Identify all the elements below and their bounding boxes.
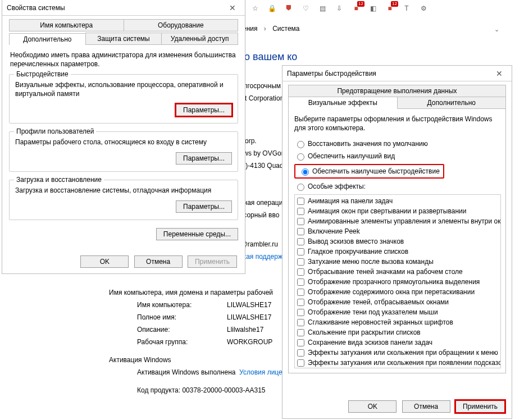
ok-button[interactable]: OK xyxy=(80,255,129,268)
chevron-down-icon[interactable]: ⌄ xyxy=(494,26,512,33)
effect-label: Эффекты затухания или скольжения при обр… xyxy=(308,348,498,358)
user-profiles-group: Профили пользователей Параметры рабочего… xyxy=(9,131,238,172)
dialog-title: Параметры быстродействия xyxy=(287,70,376,77)
apply-button[interactable]: Применить xyxy=(188,255,237,268)
effect-checkbox[interactable] xyxy=(297,359,304,367)
dialog-titlebar[interactable]: Параметры быстродействия ✕ xyxy=(282,66,512,81)
text-icon[interactable]: Т xyxy=(402,3,412,13)
effect-item[interactable]: Вывод эскизов вместо значков xyxy=(296,236,499,246)
effect-checkbox[interactable] xyxy=(297,289,304,296)
abp2-icon[interactable]: ■12 xyxy=(385,3,395,13)
effect-checkbox[interactable] xyxy=(297,309,304,316)
radio-label: Обеспечить наилучшее быстродействие xyxy=(312,167,440,175)
effect-checkbox[interactable] xyxy=(297,349,304,357)
effect-checkbox[interactable] xyxy=(297,248,304,255)
group-desc: Параметры рабочего стола, относящиеся ко… xyxy=(15,138,232,147)
effect-checkbox[interactable] xyxy=(297,319,304,326)
apply-button[interactable]: Применить xyxy=(455,400,505,413)
effect-label: Отбрасывание теней значками на рабочем с… xyxy=(308,267,463,277)
effect-item[interactable]: Отбрасывание теней значками на рабочем с… xyxy=(296,267,499,277)
effect-item[interactable]: Сглаживание неровностей экранных шрифтов xyxy=(296,317,499,327)
tab-visual-effects[interactable]: Визуальные эффекты xyxy=(288,97,398,109)
effect-label: Сглаживание неровностей экранных шрифтов xyxy=(308,317,453,327)
effect-item[interactable]: Эффекты затухания или скольжения при обр… xyxy=(296,348,499,358)
effect-label: Гладкое прокручивание списков xyxy=(308,246,408,257)
effect-item[interactable]: Эффекты затухания или скольжения при поя… xyxy=(296,358,499,368)
radio-input[interactable] xyxy=(297,141,304,148)
product-key: Код продукта: 00378-20000-00003-AA315 xyxy=(137,384,293,396)
shield-icon[interactable]: ⛊ xyxy=(284,3,294,13)
user-profiles-settings-button[interactable]: Параметры... xyxy=(176,152,232,165)
effect-item[interactable]: Анимированные элементы управления и элем… xyxy=(296,216,499,226)
performance-settings-button[interactable]: Параметры... xyxy=(176,104,232,116)
tab-hardware[interactable]: Оборудование xyxy=(124,19,239,31)
radio-best-appearance[interactable]: Обеспечить наилучший вид xyxy=(294,152,501,161)
rss-icon[interactable]: ▤ xyxy=(317,3,327,13)
chevron-right-icon: › xyxy=(264,25,266,33)
radio-input[interactable] xyxy=(297,184,304,191)
effect-item[interactable]: Сохранение вида эскизов панели задач xyxy=(296,337,499,348)
startup-recovery-settings-button[interactable]: Параметры... xyxy=(176,200,232,213)
effect-checkbox[interactable] xyxy=(297,208,304,215)
effect-item[interactable]: Анимация окон при свертывании и разверты… xyxy=(296,206,499,216)
effect-label: Скольжение при раскрытии списков xyxy=(308,327,421,337)
section-heading: Активация Windows xyxy=(109,354,293,366)
effect-checkbox[interactable] xyxy=(297,198,304,205)
effect-checkbox[interactable] xyxy=(297,218,304,225)
effect-item[interactable]: Отображение тени под указателем мыши xyxy=(296,307,499,317)
effect-item[interactable]: Затухание меню после вызова команды xyxy=(296,257,499,267)
effect-checkbox[interactable] xyxy=(297,258,304,266)
radio-label: Восстановить значения по умолчанию xyxy=(308,140,428,148)
group-title: Загрузка и восстановление xyxy=(14,176,104,184)
tab-system-protection[interactable]: Защита системы xyxy=(85,33,162,44)
effect-checkbox[interactable] xyxy=(297,339,304,346)
lock-icon[interactable]: 🔒 xyxy=(267,3,277,13)
effect-checkbox[interactable] xyxy=(297,268,304,276)
radio-default[interactable]: Восстановить значения по умолчанию xyxy=(294,139,501,148)
download-icon[interactable]: ⇩ xyxy=(334,3,344,13)
performance-group: Быстродействие Визуальные эффекты, испол… xyxy=(9,74,238,124)
ok-button[interactable]: OK xyxy=(348,400,396,413)
effect-item[interactable]: Скольжение при раскрытии списков xyxy=(296,327,499,337)
heart-icon[interactable]: ♡ xyxy=(300,3,311,13)
environment-variables-button[interactable]: Переменные среды... xyxy=(156,228,238,240)
effect-item[interactable]: Гладкое прокручивание списков xyxy=(296,246,499,257)
effect-label: Отображение тени под указателем мыши xyxy=(308,307,438,317)
star-icon[interactable]: ☆ xyxy=(250,3,260,13)
effect-item[interactable]: Анимация на панели задач xyxy=(296,196,499,206)
dialog-button-row: OK Отмена Применить xyxy=(345,400,505,413)
gear-icon[interactable]: ⚙ xyxy=(418,3,429,13)
dialog-titlebar[interactable]: Свойства системы ✕ xyxy=(2,0,245,16)
effects-list[interactable]: Анимация на панели задачАнимация окон пр… xyxy=(294,194,501,368)
effect-checkbox[interactable] xyxy=(297,228,304,235)
tab-advanced[interactable]: Дополнительно xyxy=(397,97,507,109)
effect-item[interactable]: Отображение содержимого окна при перетас… xyxy=(296,287,499,297)
abp-icon[interactable]: ■12 xyxy=(351,3,361,13)
radio-best-performance[interactable]: Обеспечить наилучшее быстродействие xyxy=(294,164,444,179)
radio-custom[interactable]: Особые эффекты: xyxy=(294,182,501,191)
label: Описание: xyxy=(137,323,227,336)
effect-item[interactable]: Отображение прозрачного прямоугольника в… xyxy=(296,277,499,287)
tab-dep[interactable]: Предотвращение выполнения данных xyxy=(288,85,506,97)
tab-remote[interactable]: Удаленный доступ xyxy=(161,33,238,44)
radio-input[interactable] xyxy=(302,168,309,176)
close-button[interactable]: ✕ xyxy=(220,0,245,16)
cancel-button[interactable]: Отмена xyxy=(402,400,450,413)
effect-label: Включение Peek xyxy=(308,226,360,236)
breadcrumb[interactable]: ления › Система xyxy=(236,25,302,33)
group-title: Быстродействие xyxy=(14,70,71,78)
square-icon[interactable]: ◧ xyxy=(368,3,378,13)
effect-item[interactable]: Включение Peek xyxy=(296,226,499,236)
effect-checkbox[interactable] xyxy=(297,329,304,336)
effect-checkbox[interactable] xyxy=(297,299,304,306)
effect-label: Эффекты затухания или скольжения при поя… xyxy=(308,358,501,368)
effect-item[interactable]: Отображение теней, отбрасываемых окнами xyxy=(296,297,499,307)
effect-checkbox[interactable] xyxy=(297,238,304,245)
close-button[interactable]: ✕ xyxy=(486,66,512,81)
cancel-button[interactable]: Отмена xyxy=(134,255,183,268)
radio-input[interactable] xyxy=(297,153,304,161)
tab-computer-name[interactable]: Имя компьютера xyxy=(9,19,124,31)
effect-checkbox[interactable] xyxy=(297,279,304,286)
tab-row-1: Имя компьютера Оборудование xyxy=(9,19,238,31)
tab-advanced[interactable]: Дополнительно xyxy=(9,33,86,45)
